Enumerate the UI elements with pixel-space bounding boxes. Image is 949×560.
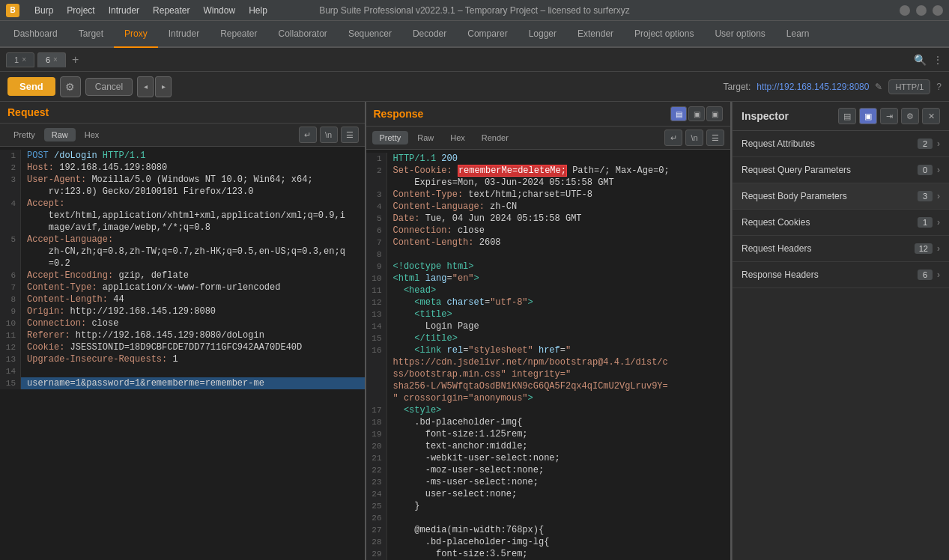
resp-linecontent-10: <html lang="en"> [387, 273, 731, 284]
req-linenum-3: 3 [0, 174, 21, 186]
nav-tab-proxy[interactable]: Proxy [114, 21, 158, 48]
response-tab-row: Pretty Raw Hex Render ↵ \n ☰ [366, 127, 731, 150]
inspector-title: Inspector [742, 110, 789, 122]
nav-tab-comparer[interactable]: Comparer [457, 21, 518, 48]
resp-line-16: 16 <link rel="stylesheet" href=" [366, 344, 731, 356]
resp-linenum-16b [366, 356, 387, 368]
tab-1-close[interactable]: × [22, 55, 26, 64]
menu-window[interactable]: Window [197, 4, 241, 17]
inspector-row-cookies[interactable]: Request Cookies 1 › [733, 210, 949, 236]
maximize-button[interactable]: □ [916, 5, 927, 16]
request-menu-icon[interactable]: ☰ [341, 127, 359, 143]
resp-line-16e: " crossorigin="anonymous"> [366, 392, 731, 404]
menu-intruder[interactable]: Intruder [103, 4, 145, 17]
search-tabs-button[interactable]: 🔍 [914, 54, 927, 66]
resp-linenum-8: 8 [366, 249, 387, 261]
inspector-indent-icon[interactable]: ⇥ [880, 108, 898, 124]
request-wrap-icon[interactable]: ↵ [299, 127, 317, 143]
nav-tab-target[interactable]: Target [68, 21, 114, 48]
resp-linenum-16: 16 [366, 344, 387, 356]
nav-tab-intruder[interactable]: Intruder [158, 21, 210, 48]
send-button[interactable]: Send [7, 77, 55, 96]
inspector-row-left-resp-headers: Response Headers [742, 270, 819, 280]
send-options-button[interactable]: ⚙ [60, 76, 81, 97]
forward-button[interactable]: ▸ [155, 76, 172, 97]
resp-linecontent-16e: " crossorigin="anonymous"> [387, 392, 731, 404]
nav-tab-project-options[interactable]: Project options [624, 21, 704, 48]
inspector-view1-icon[interactable]: ▤ [838, 108, 856, 124]
req-linecontent-5b: zh-CN,zh;q=0.8,zh-TW;q=0.7,zh-HK;q=0.5,e… [21, 246, 365, 258]
title-bar-menu: Burp Project Intruder Repeater Window He… [28, 4, 273, 17]
http-version-badge[interactable]: HTTP/1 [888, 79, 930, 94]
inspector-settings-icon[interactable]: ⚙ [901, 108, 919, 124]
req-linecontent-15: username=1&password=1&rememberme=remembe… [21, 377, 365, 389]
menu-repeater[interactable]: Repeater [147, 4, 195, 17]
inspector-row-req-headers[interactable]: Request Headers 12 › [733, 236, 949, 262]
help-icon[interactable]: ? [936, 82, 942, 92]
nav-tab-extender[interactable]: Extender [567, 21, 624, 48]
response-code-area[interactable]: 1 HTTP/1.1 200 2 Set-Cookie: rememberMe=… [366, 150, 731, 560]
response-menu-icon[interactable]: ☰ [706, 130, 724, 146]
menu-help[interactable]: Help [243, 4, 273, 17]
req-linenum-15: 15 [0, 377, 21, 389]
req-line-4b: text/html,application/xhtml+xml,applicat… [0, 210, 365, 222]
nav-tab-dashboard[interactable]: Dashboard [3, 21, 68, 48]
request-nl-icon[interactable]: \n [320, 127, 338, 143]
nav-tab-collaborator[interactable]: Collaborator [268, 21, 338, 48]
view-toggle-split[interactable]: ▤ [670, 106, 687, 121]
add-tab-button[interactable]: + [69, 53, 82, 67]
response-nl-icon[interactable]: \n [685, 130, 703, 146]
tab-6-close[interactable]: × [53, 55, 58, 64]
resp-line-2: 2 Set-Cookie: rememberMe=deleteMe; Path=… [366, 165, 731, 177]
inspector-row-left-req-headers: Request Headers [742, 243, 811, 254]
request-code-area[interactable]: 1 POST /doLogin HTTP/1.1 2 Host: 192.168… [0, 147, 365, 560]
close-button[interactable]: ✕ [933, 5, 943, 16]
response-tab-render[interactable]: Render [474, 131, 516, 144]
response-tab-raw[interactable]: Raw [410, 131, 441, 144]
chevron-attributes-icon: › [937, 139, 940, 149]
view-toggle-request[interactable]: ▣ [688, 106, 705, 121]
nav-tab-repeater[interactable]: Repeater [210, 21, 267, 48]
nav-tab-logger[interactable]: Logger [518, 21, 567, 48]
resp-linecontent-19: font-size:1.125rem; [387, 428, 731, 440]
inspector-view2-icon[interactable]: ▣ [859, 108, 877, 124]
inspector-row-query-params[interactable]: Request Query Parameters 0 › [733, 157, 949, 183]
inspector-row-resp-headers[interactable]: Response Headers 6 › [733, 262, 949, 288]
inspector-row-request-attributes[interactable]: Request Attributes 2 › [733, 131, 949, 157]
response-wrap-icon[interactable]: ↵ [664, 130, 682, 146]
request-tab-hex[interactable]: Hex [77, 128, 107, 141]
resp-line-8: 8 [366, 249, 731, 261]
inspector-close-icon[interactable]: ✕ [922, 108, 940, 124]
req-linenum-3b [0, 186, 21, 198]
req-linenum-12: 12 [0, 341, 21, 353]
resp-linenum-21: 21 [366, 452, 387, 464]
cancel-button[interactable]: Cancel [85, 78, 133, 96]
tab-1[interactable]: 1 × [6, 52, 34, 67]
response-tab-pretty[interactable]: Pretty [372, 131, 409, 144]
req-linenum-8: 8 [0, 293, 21, 305]
inspector-row-body-params[interactable]: Request Body Parameters 3 › [733, 183, 949, 210]
nav-tab-sequencer[interactable]: Sequencer [338, 21, 402, 48]
resp-linenum-24: 24 [366, 488, 387, 500]
nav-tab-decoder[interactable]: Decoder [402, 21, 457, 48]
request-tab-pretty[interactable]: Pretty [6, 128, 43, 141]
menu-project[interactable]: Project [61, 4, 100, 17]
back-button[interactable]: ◂ [137, 76, 154, 97]
response-tab-hex[interactable]: Hex [443, 131, 473, 144]
nav-tab-user-options[interactable]: User options [704, 21, 775, 48]
view-toggle-response[interactable]: ▣ [706, 106, 723, 121]
req-linecontent-10: Connection: close [21, 317, 365, 329]
more-tabs-button[interactable]: ⋮ [933, 54, 943, 66]
resp-linenum-1: 1 [366, 153, 387, 165]
inspector-badge-body: 3 [918, 191, 933, 201]
tab-6[interactable]: 6 × [37, 52, 66, 67]
req-line-14: 14 [0, 365, 365, 377]
request-tab-raw[interactable]: Raw [44, 128, 76, 141]
nav-tab-learn[interactable]: Learn [776, 21, 820, 48]
req-linenum-4c [0, 222, 21, 234]
edit-target-icon[interactable]: ✎ [875, 82, 882, 92]
req-line-15: 15 username=1&password=1&rememberme=reme… [0, 377, 365, 389]
minimize-button[interactable]: − [900, 5, 910, 16]
menu-burp[interactable]: Burp [28, 4, 59, 17]
inspector-badge-resp-headers: 6 [918, 270, 933, 280]
